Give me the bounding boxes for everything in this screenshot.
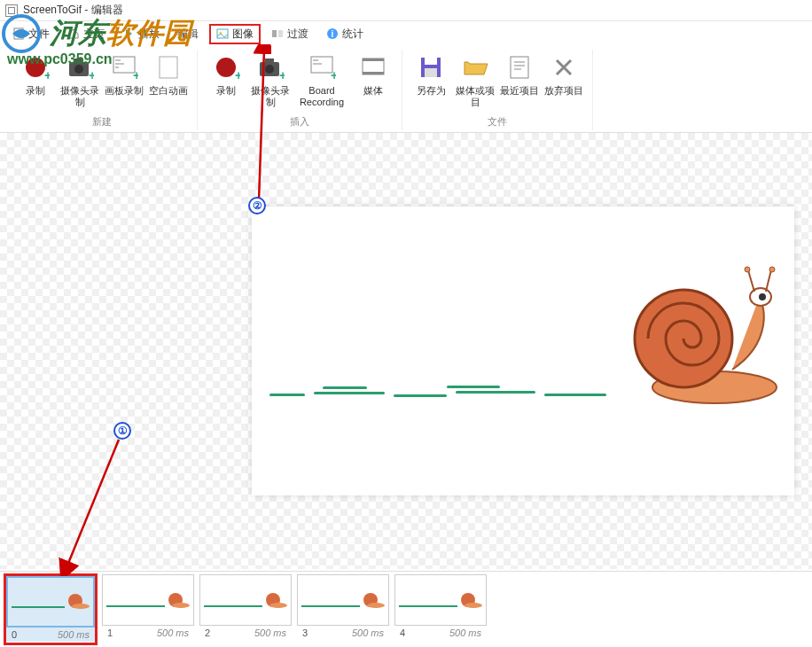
frame-item-1[interactable]: 1500 ms <box>101 573 195 645</box>
transition-icon <box>271 27 284 40</box>
camera-icon: + <box>66 53 94 82</box>
frame-thumb <box>199 574 292 626</box>
play-icon <box>122 27 135 40</box>
blank-button[interactable]: 空白动画 <box>147 50 190 112</box>
insert-record-button[interactable]: + 录制 <box>205 50 247 112</box>
webcam-button[interactable]: + 摄像头录制 <box>59 50 101 112</box>
ribbon-group-new: + 录制 + 摄像头录制 + 画板录制 空白动画 新建 <box>7 50 198 130</box>
svg-rect-13 <box>113 57 135 73</box>
discard-button[interactable]: 放弃项目 <box>543 50 585 112</box>
svg-point-40 <box>172 603 190 608</box>
svg-point-44 <box>367 603 385 608</box>
save-icon <box>417 53 445 82</box>
ribbon-group-insert: + 录制 + 摄像头录制 + Board Recording 媒体 插入 <box>198 50 402 130</box>
svg-point-42 <box>269 603 287 608</box>
frame-item-3[interactable]: 3500 ms <box>296 573 390 645</box>
ribbon-group-file: 另存为 媒体或项目 最近项目 放弃项目 文件 <box>402 50 593 130</box>
menu-file[interactable]: 文件 <box>5 24 57 44</box>
svg-point-7 <box>26 58 45 77</box>
ribbon: + 录制 + 摄像头录制 + 画板录制 空白动画 新建 + 录制 <box>0 46 812 133</box>
svg-text:+: + <box>89 68 94 82</box>
board-icon: + <box>110 53 138 82</box>
svg-rect-20 <box>265 58 274 63</box>
menu-playback[interactable]: 播放 <box>115 24 167 44</box>
folder-open-icon <box>461 53 489 82</box>
insert-webcam-button[interactable]: + 摄像头录制 <box>249 50 292 112</box>
svg-text:+: + <box>279 68 285 82</box>
svg-text:+: + <box>235 68 240 82</box>
svg-rect-0 <box>14 28 23 39</box>
frame-item-0[interactable]: 0500 ms <box>4 573 98 645</box>
camera-icon: + <box>256 53 285 82</box>
svg-rect-25 <box>363 58 384 61</box>
snail-illustration <box>608 263 785 405</box>
svg-point-38 <box>72 604 90 609</box>
annotation-marker-1: ① <box>113 422 131 440</box>
svg-rect-29 <box>425 68 437 77</box>
frame-thumb <box>297 574 389 626</box>
svg-rect-3 <box>272 30 277 37</box>
svg-point-34 <box>759 293 766 300</box>
svg-text:+: + <box>133 68 138 82</box>
svg-text:i: i <box>332 29 334 39</box>
svg-text:+: + <box>44 68 50 82</box>
mediaproj-button[interactable]: 媒体或项目 <box>454 50 496 112</box>
titlebar: ScreenToGif - 编辑器 <box>0 0 812 21</box>
menubar: 文件 主页 播放 编辑 图像 过渡 i 统计 <box>0 21 812 46</box>
svg-point-16 <box>216 58 236 77</box>
board-button[interactable]: + 画板录制 <box>103 50 145 112</box>
record-icon: + <box>212 53 240 82</box>
insert-media-button[interactable]: 媒体 <box>352 50 394 112</box>
svg-rect-28 <box>425 58 437 65</box>
home-icon <box>67 27 80 40</box>
saveas-button[interactable]: 另存为 <box>410 50 452 112</box>
recent-button[interactable]: 最近项目 <box>498 50 541 112</box>
svg-point-35 <box>745 267 750 272</box>
close-icon <box>550 53 578 82</box>
canvas-area[interactable] <box>0 133 812 569</box>
board-icon: + <box>308 53 336 82</box>
menu-transition[interactable]: 过渡 <box>264 24 316 44</box>
frame-preview <box>252 207 794 495</box>
info-icon: i <box>326 27 339 40</box>
svg-text:+: + <box>331 68 336 82</box>
image-icon <box>216 27 229 40</box>
svg-rect-15 <box>160 57 177 78</box>
record-icon: + <box>21 53 50 82</box>
svg-rect-1 <box>217 29 228 38</box>
blank-icon <box>154 53 183 82</box>
recent-icon <box>505 53 534 82</box>
svg-rect-22 <box>311 57 332 73</box>
menu-image[interactable]: 图像 <box>209 24 261 44</box>
record-button[interactable]: + 录制 <box>14 50 57 112</box>
menu-edit[interactable]: 编辑 <box>170 24 206 44</box>
timeline[interactable]: 0500 ms 1500 ms 2500 ms 3500 ms 4500 ms <box>0 571 812 647</box>
svg-point-46 <box>465 603 482 608</box>
frame-item-4[interactable]: 4500 ms <box>394 573 488 645</box>
svg-rect-4 <box>278 30 283 37</box>
media-icon <box>359 53 387 82</box>
frame-thumb <box>102 574 194 626</box>
svg-rect-11 <box>74 58 83 63</box>
svg-rect-30 <box>511 57 528 78</box>
svg-point-10 <box>74 65 83 74</box>
file-icon <box>12 27 25 40</box>
menu-stats[interactable]: i 统计 <box>319 24 371 44</box>
frame-thumb <box>6 576 95 628</box>
app-icon <box>5 4 18 17</box>
annotation-marker-2: ② <box>248 197 266 214</box>
svg-rect-26 <box>363 72 384 74</box>
window-title: ScreenToGif - 编辑器 <box>23 3 123 18</box>
insert-board-button[interactable]: + Board Recording <box>293 50 350 112</box>
svg-point-36 <box>769 267 775 272</box>
svg-point-19 <box>265 65 274 74</box>
frame-thumb <box>394 574 487 626</box>
menu-home[interactable]: 主页 <box>60 24 112 44</box>
frame-item-2[interactable]: 2500 ms <box>199 573 293 645</box>
